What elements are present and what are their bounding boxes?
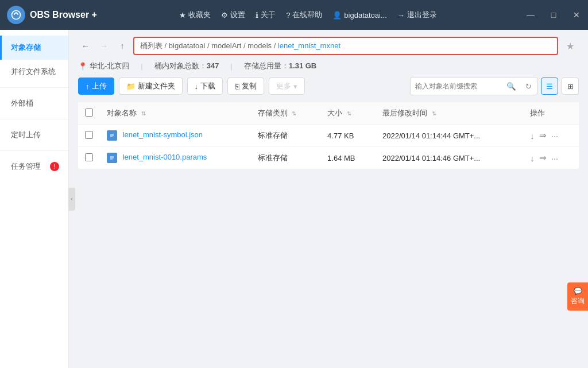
- col-storage-type-label: 存储类别: [258, 109, 288, 117]
- titlebar-left: OBS Browser +: [7, 6, 97, 24]
- address-bar-input[interactable]: 桶列表 / bigdatatoai / modelArt / models / …: [133, 37, 558, 55]
- gear-icon: ⚙: [221, 11, 228, 20]
- more-action-icon[interactable]: ···: [551, 131, 559, 141]
- new-folder-label: 新建文件夹: [138, 81, 175, 91]
- forward-button[interactable]: →: [96, 38, 111, 53]
- sidebar-item-label: 对象存储: [11, 42, 41, 53]
- sidebar-item-label: 定时上传: [11, 130, 41, 140]
- download-action-icon[interactable]: ↓: [530, 131, 535, 141]
- upload-button[interactable]: ↑ 上传: [78, 78, 114, 95]
- nav-favorites-label: 收藏夹: [188, 10, 211, 20]
- nav-settings[interactable]: ⚙ 设置: [221, 10, 245, 20]
- table-row: lenet_mnist-0010.params 标准存储 1.64 MB 202…: [78, 147, 579, 169]
- sidebar-item-task-management[interactable]: 任务管理 !: [0, 154, 68, 179]
- refresh-button[interactable]: ↻: [520, 78, 537, 95]
- share-action-icon[interactable]: ⇒: [539, 130, 547, 141]
- user-icon: 👤: [332, 11, 342, 20]
- sidebar-item-label: 任务管理: [11, 161, 41, 172]
- logout-icon: →: [397, 11, 405, 20]
- download-label: 下载: [200, 81, 215, 91]
- col-size-label: 大小: [327, 109, 342, 117]
- row-name: lenet_mnist-0010.params: [100, 147, 251, 169]
- nav-about[interactable]: ℹ 关于: [256, 10, 276, 20]
- row-checkbox[interactable]: [85, 153, 93, 161]
- folder-icon: 📁: [126, 82, 136, 91]
- download-icon: ↓: [195, 82, 199, 91]
- info-icon: ℹ: [256, 11, 258, 20]
- titlebar-nav: ★ 收藏夹 ⚙ 设置 ℹ 关于 ? 在线帮助 👤 bigdatatoai... …: [179, 10, 437, 20]
- table-header-row: 对象名称 ⇅ 存储类别 ⇅ 大小 ⇅ 最后修改时间 ⇅ 操: [78, 102, 579, 125]
- stats-bar: 📍 华北-北京四 | 桶内对象总数：347 | 存储总用量：1.31 GB: [78, 61, 579, 71]
- list-view-button[interactable]: ☰: [541, 78, 558, 95]
- search-input[interactable]: [411, 79, 502, 93]
- back-button[interactable]: ←: [78, 38, 93, 53]
- table-header-checkbox: [78, 102, 100, 125]
- grid-view-button[interactable]: ⊞: [562, 78, 579, 95]
- minimize-button[interactable]: —: [519, 0, 542, 30]
- close-button[interactable]: ✕: [565, 0, 588, 30]
- col-storage-type: 存储类别 ⇅: [251, 102, 320, 125]
- col-size: 大小 ⇅: [320, 102, 376, 125]
- row-name: lenet_mnist-symbol.json: [100, 125, 251, 147]
- sort-storage-icon[interactable]: ⇅: [292, 110, 296, 117]
- addressbar: ← → ↑ 桶列表 / bigdatatoai / modelArt / mod…: [78, 37, 579, 55]
- nav-logout[interactable]: → 退出登录: [397, 10, 437, 20]
- select-all-checkbox[interactable]: [85, 109, 93, 117]
- sidebar: 对象存储 并行文件系统 外部桶 定时上传 任务管理 ! ‹: [0, 30, 69, 368]
- col-action: 操作: [523, 102, 579, 125]
- file-table: 对象名称 ⇅ 存储类别 ⇅ 大小 ⇅ 最后修改时间 ⇅ 操: [78, 102, 579, 169]
- row-modified: 2022/01/14 01:14:44 GMT+...: [376, 125, 523, 147]
- col-name: 对象名称 ⇅: [100, 102, 251, 125]
- sort-modified-icon[interactable]: ⇅: [432, 110, 436, 117]
- share-action-icon[interactable]: ⇒: [539, 153, 547, 163]
- row-checkbox-cell: [78, 147, 100, 169]
- row-checkbox[interactable]: [85, 131, 93, 139]
- float-chat-button[interactable]: 💬 咨询: [567, 282, 588, 311]
- nav-help[interactable]: ? 在线帮助: [286, 10, 322, 20]
- row-storage-type: 标准存储: [251, 147, 320, 169]
- maximize-button[interactable]: □: [542, 0, 565, 30]
- star-icon: ★: [179, 11, 186, 20]
- nav-user[interactable]: 👤 bigdatatoai...: [332, 11, 386, 20]
- sidebar-divider-3: [0, 150, 68, 151]
- up-button[interactable]: ↑: [115, 38, 130, 53]
- table-row: lenet_mnist-symbol.json 标准存储 4.77 KB 202…: [78, 125, 579, 147]
- sidebar-divider-2: [0, 119, 68, 119]
- download-button[interactable]: ↓ 下载: [187, 78, 223, 95]
- total-objects-label: 桶内对象总数：347: [154, 61, 219, 71]
- copy-label: 复制: [242, 81, 257, 91]
- copy-button[interactable]: ⎘ 复制: [227, 78, 264, 95]
- app-body: 对象存储 并行文件系统 外部桶 定时上传 任务管理 ! ‹ ← → ↑ 桶列表: [0, 30, 588, 368]
- sidebar-divider: [0, 87, 68, 88]
- new-folder-button[interactable]: 📁 新建文件夹: [119, 78, 183, 95]
- sidebar-item-external-bucket[interactable]: 外部桶: [0, 91, 68, 115]
- download-action-icon[interactable]: ↓: [530, 153, 535, 163]
- col-modified: 最后修改时间 ⇅: [376, 102, 523, 125]
- upload-icon: ↑: [86, 82, 90, 91]
- toolbar-right: 🔍 ↻ ☰ ⊞: [410, 77, 579, 95]
- path-part-1: 桶列表 / bigdatatoai / modelArt / models /: [140, 41, 278, 50]
- sort-name-icon[interactable]: ⇅: [141, 110, 146, 117]
- task-badge: !: [50, 162, 59, 171]
- total-size-label: 存储总用量：1.31 GB: [244, 61, 316, 71]
- address-favorite-button[interactable]: ★: [562, 37, 579, 55]
- file-name-link[interactable]: lenet_mnist-symbol.json: [123, 130, 203, 139]
- sidebar-item-scheduled-upload[interactable]: 定时上传: [0, 123, 68, 147]
- titlebar: OBS Browser + ★ 收藏夹 ⚙ 设置 ℹ 关于 ? 在线帮助 👤 b…: [0, 0, 588, 30]
- chevron-down-icon: ▾: [293, 82, 297, 91]
- search-button[interactable]: 🔍: [502, 78, 520, 95]
- sort-size-icon[interactable]: ⇅: [347, 110, 351, 117]
- more-label: 更多: [276, 81, 291, 91]
- nav-favorites[interactable]: ★ 收藏夹: [179, 10, 211, 20]
- help-icon: ?: [286, 11, 290, 20]
- chat-label: 咨询: [571, 297, 585, 306]
- nav-help-label: 在线帮助: [292, 10, 322, 20]
- nav-user-label: bigdatatoai...: [344, 11, 386, 20]
- sidebar-collapse-button[interactable]: ‹: [68, 188, 75, 211]
- more-button[interactable]: 更多 ▾: [269, 78, 305, 95]
- sidebar-item-parallel-fs[interactable]: 并行文件系统: [0, 60, 68, 84]
- address-path: 桶列表 / bigdatatoai / modelArt / models / …: [140, 41, 341, 51]
- more-action-icon[interactable]: ···: [551, 153, 559, 163]
- sidebar-item-object-storage[interactable]: 对象存储: [0, 36, 68, 60]
- file-name-link[interactable]: lenet_mnist-0010.params: [123, 153, 207, 161]
